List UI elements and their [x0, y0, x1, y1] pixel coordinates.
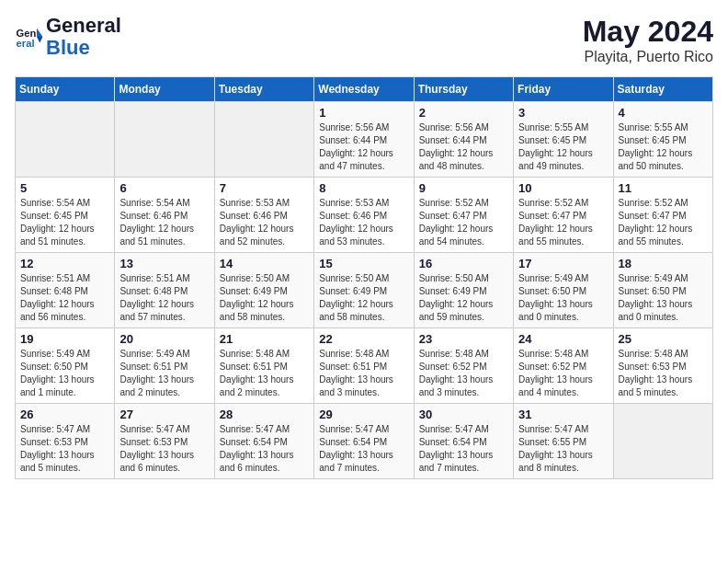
calendar-week-row: 1Sunrise: 5:56 AM Sunset: 6:44 PM Daylig…: [16, 102, 713, 178]
calendar-cell: 9Sunrise: 5:52 AM Sunset: 6:47 PM Daylig…: [414, 178, 513, 253]
logo: Gen eral GeneralBlue: [15, 15, 121, 59]
calendar-cell: 8Sunrise: 5:53 AM Sunset: 6:46 PM Daylig…: [314, 178, 414, 253]
day-number: 10: [518, 181, 608, 195]
day-number: 25: [619, 332, 708, 346]
day-number: 19: [20, 332, 109, 346]
day-info: Sunrise: 5:51 AM Sunset: 6:48 PM Dayligh…: [119, 272, 209, 324]
title-block: May 2024 Playita, Puerto Rico: [583, 15, 713, 65]
svg-text:eral: eral: [17, 38, 35, 49]
day-number: 14: [220, 257, 309, 270]
calendar-week-row: 19Sunrise: 5:49 AM Sunset: 6:50 PM Dayli…: [16, 328, 713, 404]
day-header-monday: Monday: [115, 77, 214, 102]
day-info: Sunrise: 5:52 AM Sunset: 6:47 PM Dayligh…: [619, 197, 708, 248]
calendar-cell: 12Sunrise: 5:51 AM Sunset: 6:48 PM Dayli…: [16, 253, 115, 328]
day-info: Sunrise: 5:48 AM Sunset: 6:51 PM Dayligh…: [319, 348, 408, 399]
day-info: Sunrise: 5:54 AM Sunset: 6:45 PM Dayligh…: [20, 197, 109, 248]
day-number: 30: [419, 408, 508, 421]
calendar-cell: 16Sunrise: 5:50 AM Sunset: 6:49 PM Dayli…: [414, 253, 513, 328]
day-info: Sunrise: 5:48 AM Sunset: 6:51 PM Dayligh…: [220, 348, 309, 399]
day-info: Sunrise: 5:48 AM Sunset: 6:53 PM Dayligh…: [619, 348, 708, 399]
day-number: 28: [220, 408, 309, 421]
day-header-sunday: Sunday: [16, 77, 115, 102]
calendar-table: SundayMondayTuesdayWednesdayThursdayFrid…: [15, 76, 713, 479]
day-number: 29: [319, 408, 408, 421]
day-info: Sunrise: 5:47 AM Sunset: 6:54 PM Dayligh…: [419, 423, 508, 475]
day-header-thursday: Thursday: [414, 77, 513, 102]
day-number: 1: [319, 106, 408, 120]
day-info: Sunrise: 5:49 AM Sunset: 6:51 PM Dayligh…: [119, 348, 209, 399]
calendar-week-row: 12Sunrise: 5:51 AM Sunset: 6:48 PM Dayli…: [16, 253, 713, 328]
day-info: Sunrise: 5:55 AM Sunset: 6:45 PM Dayligh…: [518, 121, 608, 173]
day-info: Sunrise: 5:51 AM Sunset: 6:48 PM Dayligh…: [20, 272, 109, 324]
calendar-cell: 11Sunrise: 5:52 AM Sunset: 6:47 PM Dayli…: [613, 178, 712, 253]
calendar-cell: 4Sunrise: 5:55 AM Sunset: 6:45 PM Daylig…: [613, 102, 712, 178]
svg-marker-2: [37, 29, 42, 38]
svg-marker-3: [37, 37, 42, 42]
day-info: Sunrise: 5:54 AM Sunset: 6:46 PM Dayligh…: [119, 197, 209, 248]
calendar-cell: [16, 102, 115, 178]
day-info: Sunrise: 5:53 AM Sunset: 6:46 PM Dayligh…: [220, 197, 309, 248]
day-info: Sunrise: 5:47 AM Sunset: 6:54 PM Dayligh…: [220, 423, 309, 475]
day-info: Sunrise: 5:49 AM Sunset: 6:50 PM Dayligh…: [619, 272, 708, 324]
calendar-cell: 30Sunrise: 5:47 AM Sunset: 6:54 PM Dayli…: [414, 404, 513, 479]
day-info: Sunrise: 5:52 AM Sunset: 6:47 PM Dayligh…: [419, 197, 508, 248]
day-info: Sunrise: 5:49 AM Sunset: 6:50 PM Dayligh…: [20, 348, 109, 399]
calendar-cell: 10Sunrise: 5:52 AM Sunset: 6:47 PM Dayli…: [514, 178, 613, 253]
calendar-cell: 26Sunrise: 5:47 AM Sunset: 6:53 PM Dayli…: [16, 404, 115, 479]
day-number: 8: [319, 181, 408, 195]
day-number: 18: [619, 257, 708, 270]
calendar-cell: 31Sunrise: 5:47 AM Sunset: 6:55 PM Dayli…: [514, 404, 613, 479]
logo-icon: Gen eral: [15, 22, 44, 52]
calendar-cell: [613, 404, 712, 479]
day-number: 11: [619, 181, 708, 195]
day-number: 20: [119, 332, 209, 346]
calendar-cell: 19Sunrise: 5:49 AM Sunset: 6:50 PM Dayli…: [16, 328, 115, 404]
day-number: 22: [319, 332, 408, 346]
day-info: Sunrise: 5:47 AM Sunset: 6:53 PM Dayligh…: [20, 423, 109, 475]
calendar-header-row: SundayMondayTuesdayWednesdayThursdayFrid…: [16, 77, 713, 102]
day-info: Sunrise: 5:53 AM Sunset: 6:46 PM Dayligh…: [319, 197, 408, 248]
calendar-cell: 18Sunrise: 5:49 AM Sunset: 6:50 PM Dayli…: [613, 253, 712, 328]
day-info: Sunrise: 5:47 AM Sunset: 6:54 PM Dayligh…: [319, 423, 408, 475]
calendar-cell: 28Sunrise: 5:47 AM Sunset: 6:54 PM Dayli…: [214, 404, 313, 479]
calendar-cell: 13Sunrise: 5:51 AM Sunset: 6:48 PM Dayli…: [115, 253, 214, 328]
day-info: Sunrise: 5:50 AM Sunset: 6:49 PM Dayligh…: [319, 272, 408, 324]
day-number: 12: [20, 257, 109, 270]
calendar-week-row: 26Sunrise: 5:47 AM Sunset: 6:53 PM Dayli…: [16, 404, 713, 479]
day-number: 7: [220, 181, 309, 195]
day-header-friday: Friday: [514, 77, 613, 102]
day-number: 17: [518, 257, 608, 270]
day-number: 3: [518, 106, 608, 120]
day-number: 5: [20, 181, 109, 195]
calendar-cell: 5Sunrise: 5:54 AM Sunset: 6:45 PM Daylig…: [16, 178, 115, 253]
location-subtitle: Playita, Puerto Rico: [583, 49, 713, 65]
day-info: Sunrise: 5:56 AM Sunset: 6:44 PM Dayligh…: [419, 121, 508, 173]
svg-text:Gen: Gen: [17, 28, 37, 39]
calendar-cell: [115, 102, 214, 178]
calendar-cell: 20Sunrise: 5:49 AM Sunset: 6:51 PM Dayli…: [115, 328, 214, 404]
day-number: 26: [20, 408, 109, 421]
calendar-cell: 1Sunrise: 5:56 AM Sunset: 6:44 PM Daylig…: [314, 102, 414, 178]
month-title: May 2024: [583, 15, 713, 49]
day-number: 24: [518, 332, 608, 346]
day-number: 15: [319, 257, 408, 270]
day-info: Sunrise: 5:49 AM Sunset: 6:50 PM Dayligh…: [518, 272, 608, 324]
day-number: 23: [419, 332, 508, 346]
day-number: 31: [518, 408, 608, 421]
day-info: Sunrise: 5:52 AM Sunset: 6:47 PM Dayligh…: [518, 197, 608, 248]
logo-text: GeneralBlue: [46, 15, 121, 59]
day-header-wednesday: Wednesday: [314, 77, 414, 102]
day-number: 9: [419, 181, 508, 195]
calendar-cell: 21Sunrise: 5:48 AM Sunset: 6:51 PM Dayli…: [214, 328, 313, 404]
calendar-cell: 6Sunrise: 5:54 AM Sunset: 6:46 PM Daylig…: [115, 178, 214, 253]
calendar-cell: 7Sunrise: 5:53 AM Sunset: 6:46 PM Daylig…: [214, 178, 313, 253]
calendar-cell: 22Sunrise: 5:48 AM Sunset: 6:51 PM Dayli…: [314, 328, 414, 404]
calendar-cell: 25Sunrise: 5:48 AM Sunset: 6:53 PM Dayli…: [613, 328, 712, 404]
calendar-cell: 24Sunrise: 5:48 AM Sunset: 6:52 PM Dayli…: [514, 328, 613, 404]
day-number: 27: [119, 408, 209, 421]
calendar-cell: 29Sunrise: 5:47 AM Sunset: 6:54 PM Dayli…: [314, 404, 414, 479]
day-info: Sunrise: 5:50 AM Sunset: 6:49 PM Dayligh…: [419, 272, 508, 324]
calendar-cell: 27Sunrise: 5:47 AM Sunset: 6:53 PM Dayli…: [115, 404, 214, 479]
day-number: 13: [119, 257, 209, 270]
day-info: Sunrise: 5:47 AM Sunset: 6:55 PM Dayligh…: [518, 423, 608, 475]
